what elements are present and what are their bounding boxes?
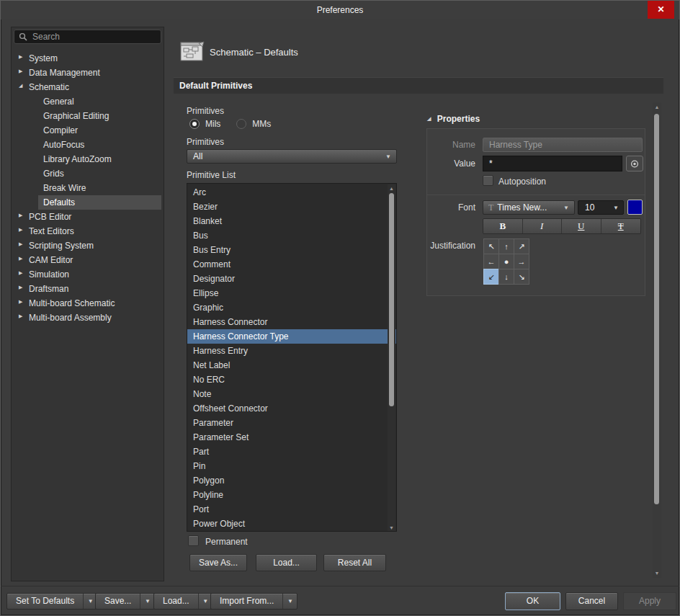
sidebar-item-text-editors[interactable]: ▶Text Editors [12, 224, 164, 238]
sidebar-item-schematic[interactable]: ◢Schematic [12, 80, 164, 94]
list-item-port[interactable]: Port [187, 502, 396, 517]
sidebar-item-draftsman[interactable]: ▶Draftsman [12, 282, 164, 296]
save-as-button[interactable]: Save As... [189, 554, 247, 571]
chevron-right-icon[interactable]: ▶ [19, 213, 26, 218]
footer-load-button[interactable]: Load... ▼ [153, 593, 213, 610]
search-box[interactable] [14, 30, 161, 44]
list-item-power-object[interactable]: Power Object [187, 517, 396, 531]
list-item-polygon[interactable]: Polygon [187, 473, 396, 488]
list-item-parameter-set[interactable]: Parameter Set [187, 430, 396, 445]
chevron-right-icon[interactable]: ▶ [19, 270, 26, 276]
list-item-blanket[interactable]: Blanket [187, 214, 396, 228]
list-item-comment[interactable]: Comment [187, 257, 396, 272]
visibility-button[interactable] [626, 156, 643, 171]
list-item-harness-connector-type[interactable]: Harness Connector Type [187, 329, 396, 344]
chevron-right-icon[interactable]: ▶ [19, 285, 26, 290]
justify-top-right-button[interactable]: ↗ [514, 238, 529, 254]
sidebar-item-multi-board-schematic[interactable]: ▶Multi-board Schematic [12, 296, 164, 311]
chevron-down-icon[interactable]: ▼ [282, 594, 297, 609]
sidebar-item-cam-editor[interactable]: ▶CAM Editor [12, 253, 164, 267]
cancel-button[interactable]: Cancel [565, 592, 618, 610]
list-item-polyline[interactable]: Polyline [187, 488, 396, 502]
justify-center-button[interactable]: ● [498, 254, 514, 269]
justify-bottom-center-button[interactable]: ↓ [498, 269, 514, 285]
list-item-bus[interactable]: Bus [187, 228, 396, 243]
bold-button[interactable]: B [483, 219, 523, 233]
reset-all-button[interactable]: Reset All [323, 554, 386, 571]
list-item-net-label[interactable]: Net Label [187, 358, 396, 372]
list-item-harness-entry[interactable]: Harness Entry [187, 344, 396, 358]
load-button[interactable]: Load... [256, 554, 317, 571]
sidebar-item-simulation[interactable]: ▶Simulation [12, 267, 164, 282]
list-item-arc[interactable]: Arc [187, 185, 396, 200]
list-item-designator[interactable]: Designator [187, 272, 396, 286]
sidebar-item-defaults[interactable]: Defaults [12, 195, 164, 210]
list-item-parameter[interactable]: Parameter [187, 416, 396, 430]
sidebar-item-break-wire[interactable]: Break Wire [12, 181, 164, 195]
properties-section-header[interactable]: ◢ Properties [427, 114, 480, 124]
font-size-dropdown[interactable]: 10 ▼ [578, 200, 624, 215]
italic-button[interactable]: I [523, 219, 563, 233]
justify-top-center-button[interactable]: ↑ [498, 238, 514, 254]
list-item-note[interactable]: Note [187, 387, 396, 401]
scroll-up-icon[interactable]: ▲ [653, 104, 661, 110]
sidebar-item-graphical-editing[interactable]: Graphical Editing [12, 109, 164, 123]
justify-middle-left-button[interactable]: ← [483, 254, 499, 269]
chevron-right-icon[interactable]: ▶ [19, 299, 26, 305]
permanent-checkbox[interactable] [188, 535, 199, 546]
ok-button[interactable]: OK [505, 592, 560, 610]
autoposition-checkbox[interactable] [483, 175, 493, 186]
set-to-defaults-button[interactable]: Set To Defaults ▼ [6, 593, 98, 610]
sidebar-item-library-autozoom[interactable]: Library AutoZoom [12, 152, 164, 166]
scroll-up-icon[interactable]: ▲ [388, 186, 395, 191]
apply-button[interactable]: Apply [623, 592, 676, 610]
list-item-graphic[interactable]: Graphic [187, 300, 396, 315]
chevron-right-icon[interactable]: ▶ [19, 256, 26, 262]
chevron-right-icon[interactable]: ▶ [19, 241, 26, 247]
chevron-right-icon[interactable]: ▶ [19, 54, 26, 60]
list-item-part[interactable]: Part [187, 445, 396, 459]
content-scrollbar[interactable]: ▲ ▼ [653, 102, 661, 578]
list-scrollbar[interactable]: ▲ ▼ [388, 184, 395, 532]
list-item-harness-connector[interactable]: Harness Connector [187, 315, 396, 329]
sidebar-item-system[interactable]: ▶System [12, 51, 164, 66]
import-from-button[interactable]: Import From... ▼ [210, 593, 298, 610]
chevron-down-icon[interactable]: ▼ [140, 594, 154, 609]
sidebar-item-data-management[interactable]: ▶Data Management [12, 66, 164, 80]
sidebar-item-autofocus[interactable]: AutoFocus [12, 138, 164, 152]
sidebar-item-compiler[interactable]: Compiler [12, 123, 164, 138]
justify-bottom-left-button[interactable]: ↙ [483, 269, 499, 285]
list-item-pin[interactable]: Pin [187, 459, 396, 473]
primitives-filter-dropdown[interactable]: All ▼ [187, 149, 397, 164]
justify-middle-right-button[interactable]: → [514, 254, 529, 269]
sidebar-item-grids[interactable]: Grids [12, 166, 164, 181]
underline-button[interactable]: U [562, 219, 601, 233]
sidebar-item-multi-board-assembly[interactable]: ▶Multi-board Assembly [12, 311, 164, 325]
font-color-swatch[interactable] [627, 200, 643, 215]
value-input[interactable] [483, 156, 622, 171]
list-item-bezier[interactable]: Bezier [187, 200, 396, 214]
list-scroll-thumb[interactable] [389, 193, 394, 406]
scroll-down-icon[interactable]: ▼ [388, 525, 395, 530]
strikethrough-button[interactable]: T [601, 219, 641, 233]
sidebar-item-pcb-editor[interactable]: ▶PCB Editor [12, 210, 164, 224]
list-item-no-erc[interactable]: No ERC [187, 372, 396, 387]
justify-top-left-button[interactable]: ↖ [483, 238, 499, 254]
sidebar-item-general[interactable]: General [12, 94, 164, 109]
list-item-bus-entry[interactable]: Bus Entry [187, 243, 396, 257]
radio-mms[interactable]: MMs [236, 119, 271, 129]
chevron-right-icon[interactable]: ▶ [19, 313, 26, 319]
close-button[interactable]: ✕ [648, 1, 674, 19]
list-item-offsheet-connector[interactable]: Offsheet Connector [187, 401, 396, 416]
font-family-dropdown[interactable]: T Times New... ▼ [483, 200, 575, 215]
search-input[interactable] [32, 32, 148, 42]
content-scroll-thumb[interactable] [654, 114, 659, 504]
radio-mils[interactable]: Mils [189, 119, 220, 129]
list-item-ellipse[interactable]: Ellipse [187, 286, 396, 300]
chevron-right-icon[interactable]: ▶ [19, 227, 26, 233]
sidebar-item-scripting-system[interactable]: ▶Scripting System [12, 238, 164, 253]
scroll-down-icon[interactable]: ▼ [653, 571, 661, 576]
footer-save-button[interactable]: Save... ▼ [95, 593, 155, 610]
chevron-right-icon[interactable]: ▶ [19, 68, 26, 74]
justify-bottom-right-button[interactable]: ↘ [514, 269, 529, 285]
